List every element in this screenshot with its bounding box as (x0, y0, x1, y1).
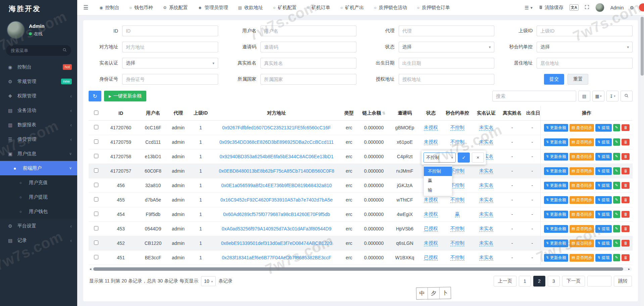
status-link[interactable]: 未授权 (424, 240, 438, 246)
status-link[interactable]: 未授权 (424, 197, 438, 203)
columns-button[interactable]: ▦▾ (592, 91, 604, 101)
withdraw-button[interactable]: ↯提现 (595, 196, 611, 204)
sync-button[interactable]: ▤是否同步 (569, 239, 594, 247)
sidebar-item[interactable]: ❖权限管理‹ (0, 89, 77, 103)
sync-button[interactable]: ▤是否同步 (569, 225, 594, 233)
toggle-view-button[interactable]: ▤ (578, 91, 590, 101)
vertical-scrollbar[interactable] (640, 16, 644, 306)
nav-list-toggle[interactable]: ☰ ▾ (525, 5, 533, 10)
row-checkbox[interactable] (94, 241, 98, 245)
sidebar-item[interactable]: ▣用户信息∨ (0, 146, 77, 161)
status-link[interactable]: 未授权 (424, 125, 438, 131)
control-link[interactable]: 不控制 (450, 182, 464, 188)
search-toggle-button[interactable] (621, 91, 633, 101)
filter-input-11[interactable] (537, 58, 633, 69)
topnav-item[interactable]: ○质押锁仓活动 (369, 0, 412, 15)
control-link[interactable]: 赢 (455, 211, 460, 217)
operations-header[interactable]: 操作 (540, 106, 633, 121)
topnav-item[interactable]: ⚙系统配置 (158, 0, 193, 15)
cancel-button[interactable]: × (472, 152, 484, 163)
update-balance-button[interactable]: ↯更新余额 (544, 211, 568, 218)
row-checkbox[interactable] (94, 212, 98, 216)
control-option[interactable]: 不控制 (424, 167, 452, 176)
realname_auth-link[interactable]: 未实名 (479, 168, 493, 174)
row-checkbox[interactable] (94, 183, 98, 187)
translate-button[interactable]: 文A (569, 4, 579, 11)
refresh-button[interactable]: ↻ (89, 91, 101, 101)
admin-menu[interactable]: Admin (610, 5, 624, 10)
edit-button[interactable]: ✎ (613, 239, 620, 247)
column-header[interactable]: 秒合约单控 (442, 106, 473, 121)
export-button[interactable]: ↧▾ (606, 91, 618, 101)
sync-button[interactable]: ▤是否同步 (569, 182, 594, 189)
page-button-2[interactable]: 2 (533, 276, 545, 287)
address-link[interactable]: 0x9267Fdfbfed1607D5C23521321FE5fc6560cC1… (222, 125, 331, 130)
page-size-select[interactable]: 10 ▴ (201, 276, 216, 286)
filter-select-8[interactable]: 选择▾ (122, 58, 218, 69)
withdraw-button[interactable]: ↯提现 (595, 211, 611, 218)
update-balance-button[interactable]: ↯更新余额 (544, 124, 568, 132)
submit-button[interactable]: 提交 (544, 74, 564, 85)
status-link[interactable]: 未授权 (424, 139, 438, 145)
delete-button[interactable] (622, 240, 630, 247)
row-checkbox[interactable] (94, 125, 98, 129)
column-header[interactable]: 出生日 (524, 106, 540, 121)
edit-button[interactable]: ✎ (613, 196, 620, 204)
update-balance-button[interactable]: ↯更新余额 (544, 239, 568, 247)
sidebar-item[interactable]: ▤业务活动‹ (0, 103, 77, 118)
address-link[interactable]: 0x16C9452cF92C4620F353910A57ab7e7402d7bA… (220, 197, 333, 203)
filter-input-13[interactable] (260, 74, 356, 85)
edit-button[interactable]: ✎ (613, 124, 620, 131)
sidebar-item[interactable]: ☰借贷管理‹ (0, 132, 77, 146)
update-balance-button[interactable]: ↯更新余额 (544, 138, 568, 146)
batch-update-balance-button[interactable]: ▶ 一键更新余额 (104, 91, 146, 101)
topnav-item[interactable]: ☻管理员管理 (193, 0, 233, 15)
topnav-item[interactable]: ○矿机配置 (268, 0, 302, 15)
filter-input-3[interactable] (537, 26, 633, 36)
filter-input-5[interactable] (260, 42, 356, 52)
control-option[interactable]: 输 (424, 185, 452, 195)
withdraw-button[interactable]: ↯提现 (595, 225, 611, 233)
control-link[interactable]: 不控制 (450, 168, 464, 174)
edit-button[interactable]: ✎ (613, 225, 620, 232)
sync-button[interactable]: ▤是否同步 (569, 153, 594, 161)
withdraw-button[interactable]: ↯提现 (595, 138, 611, 146)
page-button-1[interactable]: 1 (519, 276, 531, 287)
table-search-input[interactable] (492, 91, 576, 101)
address-link[interactable]: 0x92940BD353a6254b8E6fa5bE344C8AC06Ee13b… (219, 154, 333, 159)
topnav-item[interactable]: ○钱包币种 (125, 0, 158, 15)
realname_auth-link[interactable]: 未实名 (479, 226, 493, 232)
filter-input-12[interactable] (122, 74, 218, 85)
control-link[interactable]: 不控制 (450, 240, 464, 246)
column-header[interactable]: 上级ID (189, 106, 213, 121)
row-checkbox[interactable] (94, 154, 98, 158)
column-header[interactable]: 链上余额⇅ (358, 106, 390, 121)
update-balance-button[interactable]: ↯更新余额 (544, 196, 568, 204)
row-checkbox[interactable] (94, 255, 98, 259)
edit-button[interactable]: ✎ (613, 153, 620, 160)
topnav-item[interactable]: ○矿机产出 (335, 0, 369, 15)
realname_auth-link[interactable]: 未实名 (479, 139, 493, 145)
jump-button[interactable]: 跳转 (614, 276, 632, 287)
update-balance-button[interactable]: ↯更新余额 (544, 254, 568, 262)
withdraw-button[interactable]: ↯提现 (595, 124, 611, 132)
sidebar-item[interactable]: ●前端用户∨ (0, 161, 77, 175)
realname_auth-link[interactable]: 未实名 (479, 182, 493, 188)
filter-input-4[interactable] (122, 42, 218, 52)
address-link[interactable]: 0x283f18341aEf6e6B77F04AeDb7fB685382BE3c… (222, 255, 331, 260)
control-link[interactable]: 不控制 (450, 139, 464, 145)
row-checkbox[interactable] (94, 226, 98, 230)
column-header[interactable]: 对方地址 (213, 106, 340, 121)
sidebar-item[interactable]: ◉控制台hot (0, 60, 77, 74)
address-link[interactable]: 0x60Ad6289cf575f0779687a98cB14260E70F9f5… (223, 212, 330, 217)
control-link[interactable]: 不控制 (450, 255, 464, 261)
status-link[interactable]: 已授权 (424, 226, 438, 232)
avatar[interactable] (595, 3, 604, 12)
delete-button[interactable] (622, 225, 630, 232)
update-balance-button[interactable]: ↯更新余额 (544, 182, 568, 189)
status-link[interactable]: 未授权 (424, 211, 438, 217)
update-balance-button[interactable]: ↯更新余额 (544, 225, 568, 233)
sync-button[interactable]: ▤是否同步 (569, 167, 594, 175)
delete-button[interactable] (622, 139, 630, 145)
vertical-scrollbar-thumb[interactable] (641, 17, 644, 76)
